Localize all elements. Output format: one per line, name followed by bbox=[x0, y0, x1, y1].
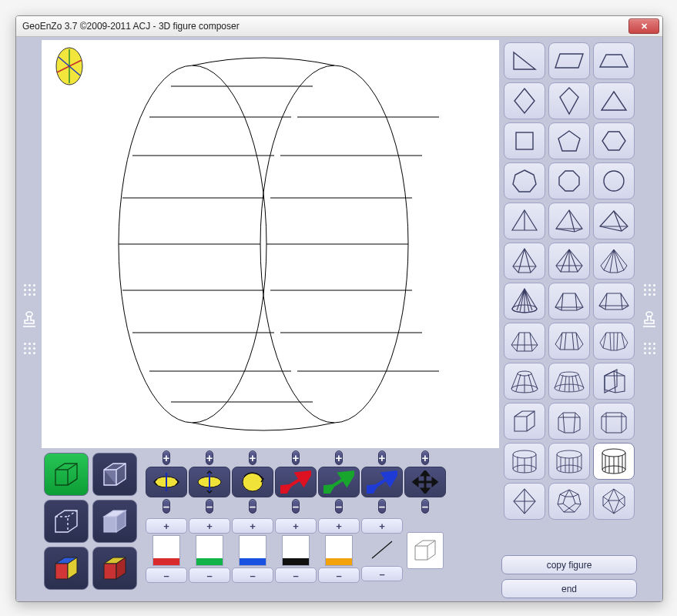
shape-icosahedron[interactable] bbox=[593, 483, 635, 520]
move-minus[interactable]: – bbox=[421, 499, 429, 514]
shape-frustum-pent[interactable] bbox=[504, 323, 545, 360]
rot-x-minus[interactable]: – bbox=[163, 499, 170, 514]
mode-solid-rgb-button[interactable] bbox=[44, 547, 89, 590]
shape-hexagonal-prism[interactable] bbox=[593, 403, 635, 440]
move-icon bbox=[404, 467, 446, 497]
copy-figure-button[interactable]: copy figure bbox=[501, 555, 637, 574]
shape-trapezoid[interactable] bbox=[593, 42, 635, 79]
mode-hidden-dashed-button[interactable] bbox=[44, 500, 89, 543]
move-plus[interactable]: + bbox=[421, 450, 430, 465]
shape-frustum-square[interactable] bbox=[548, 283, 590, 320]
svg-point-39 bbox=[518, 371, 531, 376]
grid-drag-icon[interactable] bbox=[22, 283, 36, 297]
swatch4-plus[interactable]: + bbox=[275, 518, 317, 534]
swatch5-minus[interactable]: – bbox=[318, 567, 360, 583]
shape-octagon[interactable] bbox=[548, 162, 590, 199]
shape-frustum-cone-1[interactable] bbox=[504, 363, 545, 400]
shape-heptagon[interactable] bbox=[504, 162, 545, 199]
shape-hexagonal-pyramid[interactable] bbox=[548, 243, 590, 280]
shape-tetrahedron[interactable] bbox=[504, 203, 545, 239]
shape-pentagon[interactable] bbox=[548, 122, 590, 159]
rot-z-plus[interactable]: + bbox=[249, 450, 257, 465]
stamp-icon[interactable] bbox=[642, 311, 657, 328]
shape-triangular-prism[interactable] bbox=[593, 363, 635, 400]
swatch1-plus[interactable]: + bbox=[146, 518, 187, 534]
swatch4[interactable] bbox=[282, 535, 310, 566]
shape-rect-pyramid[interactable] bbox=[593, 203, 635, 239]
rot-y-minus[interactable]: – bbox=[206, 499, 213, 514]
shape-palette bbox=[501, 40, 637, 551]
shape-rhombus[interactable] bbox=[504, 82, 545, 119]
swatch2[interactable] bbox=[196, 535, 223, 566]
mode-transparent-button[interactable] bbox=[92, 453, 137, 496]
shape-circle[interactable] bbox=[593, 162, 635, 199]
shape-cylinder[interactable] bbox=[593, 443, 635, 480]
shape-square-pyramid[interactable] bbox=[548, 203, 590, 239]
scale-y-plus[interactable]: + bbox=[335, 450, 344, 465]
shape-parallelogram[interactable] bbox=[548, 42, 590, 79]
swatch-row: +– +– +– +– +– +– bbox=[146, 518, 499, 583]
shape-frustum-oct[interactable] bbox=[593, 323, 635, 360]
swatch5-plus[interactable]: + bbox=[318, 518, 360, 534]
rot-x-plus[interactable]: + bbox=[163, 450, 171, 465]
close-button[interactable]: ✕ bbox=[628, 18, 659, 34]
scale-x-plus[interactable]: + bbox=[292, 450, 300, 465]
swatch1[interactable] bbox=[152, 535, 180, 566]
transform-controls: + – + – bbox=[146, 450, 499, 598]
end-button[interactable]: end bbox=[501, 579, 637, 598]
scale-x-minus[interactable]: – bbox=[292, 499, 300, 514]
right-rail bbox=[639, 40, 659, 598]
shape-pentagonal-pyramid[interactable] bbox=[504, 243, 545, 280]
shape-pentagonal-prism[interactable] bbox=[548, 403, 590, 440]
shape-frustum-rect[interactable] bbox=[593, 283, 635, 320]
stamp-icon[interactable] bbox=[22, 311, 37, 328]
scale-x-icon bbox=[275, 467, 317, 497]
shape-cone[interactable] bbox=[504, 283, 545, 320]
linewidth-minus[interactable]: – bbox=[361, 566, 403, 581]
shape-octagonal-prism[interactable] bbox=[548, 443, 590, 480]
shape-octahedron[interactable] bbox=[504, 483, 545, 520]
grid-drag-icon[interactable] bbox=[642, 342, 656, 356]
shape-dodecahedron[interactable] bbox=[548, 483, 590, 520]
svg-point-37 bbox=[604, 171, 624, 191]
shape-right-triangle[interactable] bbox=[504, 42, 545, 79]
canvas-3d[interactable] bbox=[42, 40, 499, 448]
shape-heptagonal-prism[interactable] bbox=[504, 443, 545, 480]
svg-line-35 bbox=[372, 541, 392, 558]
swatch3-plus[interactable]: + bbox=[232, 518, 273, 534]
mode-solid-grey-button[interactable] bbox=[92, 500, 137, 543]
shape-kite[interactable] bbox=[548, 82, 590, 119]
swatch1-minus[interactable]: – bbox=[146, 567, 187, 583]
scale-y-icon bbox=[318, 467, 360, 497]
rot-z-minus[interactable]: – bbox=[249, 499, 256, 514]
grid-drag-icon[interactable] bbox=[22, 342, 36, 356]
shape-cube[interactable] bbox=[504, 403, 545, 440]
shape-frustum-cone-2[interactable] bbox=[548, 363, 590, 400]
swatch3[interactable] bbox=[239, 535, 266, 566]
titlebar: GeoEnZo 3.7 ©2009-2011 ACJ - 3D figure c… bbox=[16, 16, 662, 37]
rotation-row: + – + – bbox=[146, 450, 499, 514]
swatch2-plus[interactable]: + bbox=[189, 518, 230, 534]
scale-z-plus[interactable]: + bbox=[378, 450, 387, 465]
mode-solid-color-button[interactable] bbox=[92, 547, 137, 590]
scale-y-minus[interactable]: – bbox=[335, 499, 343, 514]
swatch2-minus[interactable]: – bbox=[189, 567, 230, 583]
linewidth-plus[interactable]: + bbox=[361, 518, 403, 534]
rot-y-plus[interactable]: + bbox=[206, 450, 214, 465]
svg-line-32 bbox=[371, 475, 393, 489]
mode-wireframe-button[interactable] bbox=[44, 453, 89, 496]
swatch5[interactable] bbox=[325, 535, 353, 566]
swatch3-minus[interactable]: – bbox=[232, 567, 273, 583]
shape-frustum-hex[interactable] bbox=[548, 323, 590, 360]
grid-drag-icon[interactable] bbox=[642, 283, 656, 297]
scale-z-minus[interactable]: – bbox=[378, 499, 386, 514]
shape-hexagon[interactable] bbox=[593, 122, 635, 159]
swatch4-minus[interactable]: – bbox=[275, 567, 317, 583]
app-window: GeoEnZo 3.7 ©2009-2011 ACJ - 3D figure c… bbox=[15, 15, 663, 602]
rot-z-icon bbox=[232, 467, 273, 497]
shape-triangle[interactable] bbox=[593, 82, 635, 119]
shape-square[interactable] bbox=[504, 122, 545, 159]
svg-line-30 bbox=[285, 475, 307, 489]
window-title: GeoEnZo 3.7 ©2009-2011 ACJ - 3D figure c… bbox=[22, 21, 628, 32]
shape-octagonal-pyramid[interactable] bbox=[593, 243, 635, 280]
